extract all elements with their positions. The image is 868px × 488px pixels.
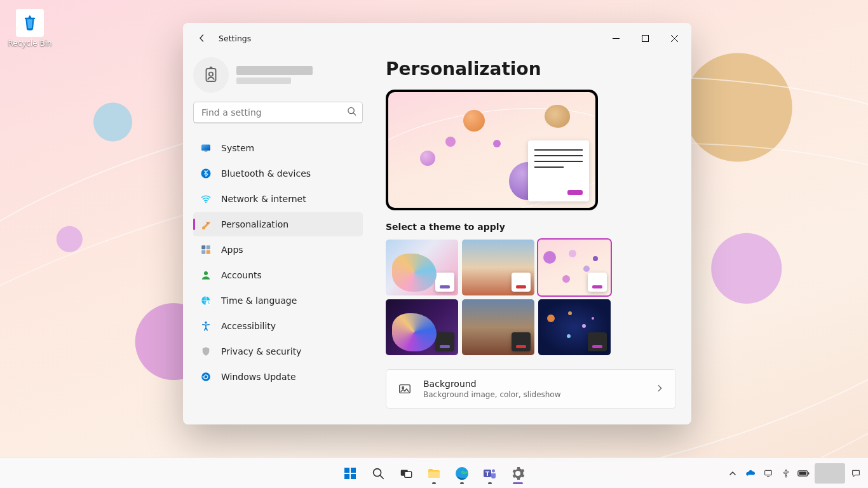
nav-item-time[interactable]: Time & language — [193, 288, 363, 313]
bluetooth-icon — [200, 167, 212, 180]
svg-rect-12 — [207, 250, 210, 254]
svg-rect-23 — [351, 474, 356, 479]
account-row[interactable] — [193, 53, 363, 102]
svg-rect-9 — [201, 245, 205, 249]
start-button[interactable] — [337, 461, 363, 486]
recycle-bin-desktop-icon[interactable]: Recycle Bin — [8, 9, 52, 48]
taskbar-center: T — [337, 461, 531, 486]
svg-rect-35 — [808, 472, 810, 474]
svg-rect-21 — [351, 468, 356, 473]
svg-rect-10 — [207, 245, 210, 249]
nav-item-update[interactable]: Windows Update — [193, 365, 363, 389]
system-icon — [200, 142, 212, 154]
svg-point-16 — [205, 322, 207, 323]
svg-text:T: T — [485, 470, 490, 477]
svg-point-13 — [204, 271, 208, 275]
theme-option-1[interactable] — [462, 240, 534, 295]
back-button[interactable] — [192, 28, 212, 48]
account-info — [236, 66, 363, 84]
nav-label: Windows Update — [221, 372, 296, 382]
clock-globe-icon — [200, 294, 212, 307]
theme-option-2[interactable] — [538, 240, 611, 295]
sidebar: System Bluetooth & devices Network & int… — [183, 53, 370, 424]
desktop-preview[interactable] — [386, 90, 598, 210]
svg-point-19 — [402, 387, 404, 389]
svg-rect-26 — [405, 471, 412, 477]
nav-label: Apps — [221, 245, 243, 255]
nav-item-accounts[interactable]: Accounts — [193, 263, 363, 287]
titlebar: Settings — [183, 23, 691, 53]
maximize-button[interactable] — [630, 28, 660, 48]
battery-tray-icon[interactable] — [797, 461, 811, 486]
wifi-icon — [200, 193, 212, 205]
notifications-tray-icon[interactable] — [849, 461, 863, 486]
chevron-right-icon — [655, 383, 664, 395]
nav-label: System — [221, 143, 254, 153]
close-button[interactable] — [660, 28, 689, 48]
background-setting-card[interactable]: Background Background image, color, slid… — [386, 369, 676, 409]
card-title: Background — [423, 379, 644, 389]
settings-window: Settings — [183, 23, 691, 424]
svg-rect-32 — [765, 470, 772, 475]
taskbar-search-button[interactable] — [365, 461, 391, 486]
edge-button[interactable] — [449, 461, 475, 486]
system-tray — [726, 461, 863, 486]
nav-label: Accounts — [221, 270, 262, 280]
task-view-button[interactable] — [393, 461, 419, 486]
page-heading: Personalization — [386, 58, 676, 79]
picture-icon — [398, 382, 412, 396]
nav-item-system[interactable]: System — [193, 136, 363, 160]
svg-point-2 — [209, 72, 213, 76]
svg-point-24 — [374, 468, 381, 476]
teams-button[interactable]: T — [477, 461, 503, 486]
svg-rect-20 — [344, 468, 349, 473]
shield-icon — [200, 345, 212, 358]
search-icon — [347, 107, 356, 119]
apps-icon — [200, 243, 212, 256]
nav: System Bluetooth & devices Network & int… — [193, 136, 363, 389]
theme-option-5[interactable] — [538, 299, 611, 355]
paintbrush-icon — [200, 218, 212, 231]
window-title: Settings — [219, 34, 251, 43]
usb-tray-icon[interactable] — [779, 461, 793, 486]
nav-label: Time & language — [221, 295, 297, 306]
display-tray-icon[interactable] — [761, 461, 775, 486]
card-desc: Background image, color, slideshow — [423, 390, 644, 399]
preview-accent — [567, 190, 583, 195]
nav-item-privacy[interactable]: Privacy & security — [193, 339, 363, 363]
svg-rect-27 — [428, 471, 440, 478]
tray-clock[interactable] — [815, 461, 845, 486]
preview-window-card — [528, 140, 589, 201]
accessibility-icon — [200, 320, 212, 332]
settings-taskbar-button[interactable] — [505, 461, 531, 486]
theme-option-4[interactable] — [462, 299, 534, 355]
nav-label: Bluetooth & devices — [221, 168, 311, 179]
nav-item-accessibility[interactable]: Accessibility — [193, 314, 363, 338]
nav-label: Privacy & security — [221, 346, 301, 356]
nav-label: Network & internet — [221, 194, 306, 204]
nav-item-bluetooth[interactable]: Bluetooth & devices — [193, 161, 363, 186]
svg-point-31 — [492, 469, 495, 472]
theme-option-3[interactable] — [386, 299, 458, 355]
nav-item-network[interactable]: Network & internet — [193, 187, 363, 211]
svg-rect-6 — [205, 151, 208, 152]
svg-rect-34 — [799, 471, 807, 475]
nav-item-apps[interactable]: Apps — [193, 238, 363, 262]
onedrive-tray-icon[interactable] — [743, 461, 757, 486]
search-wrap — [193, 102, 363, 123]
tray-chevron-up-icon[interactable] — [726, 461, 740, 486]
file-explorer-button[interactable] — [421, 461, 447, 486]
recycle-bin-label: Recycle Bin — [8, 39, 52, 48]
update-icon — [200, 370, 212, 383]
recycle-bin-icon — [16, 9, 44, 37]
search-input[interactable] — [193, 102, 363, 123]
nav-item-personalization[interactable]: Personalization — [193, 212, 363, 236]
theme-option-0[interactable] — [386, 240, 458, 295]
taskbar: T — [0, 458, 868, 488]
svg-rect-22 — [344, 474, 349, 479]
svg-point-8 — [205, 201, 207, 203]
nav-label: Accessibility — [221, 321, 276, 331]
minimize-button[interactable] — [601, 28, 630, 48]
svg-rect-11 — [201, 250, 205, 254]
nav-label: Personalization — [221, 219, 288, 229]
